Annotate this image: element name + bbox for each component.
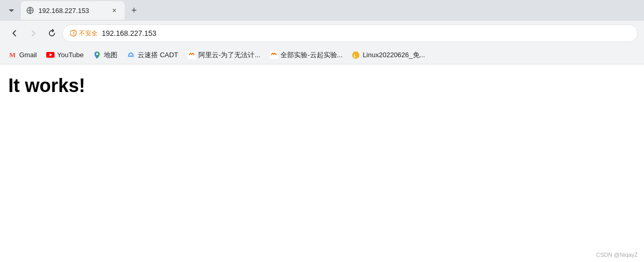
bookmark-youtube-label: YouTube [57,51,84,59]
page-heading: It works! [8,75,636,97]
forward-button[interactable] [25,25,42,42]
bookmark-aliyun[interactable]: 阿里云-为了无法计... [183,48,264,62]
svg-rect-8 [187,51,196,59]
svg-rect-7 [127,51,135,59]
active-tab[interactable]: 192.168.227.153 × [21,1,125,20]
bookmark-maps[interactable]: 地图 [89,48,122,62]
maps-favicon [93,51,101,59]
tab-bar: 192.168.227.153 × + [0,0,644,21]
back-button[interactable] [6,25,23,42]
gmail-favicon: M [8,51,17,59]
bookmark-yunsuoda[interactable]: 云速搭 CADT [123,48,182,62]
youtube-favicon [46,51,55,59]
tab-favicon [26,6,34,15]
bookmark-gmail-label: Gmail [19,51,37,59]
bookmarks-bar: M Gmail YouTube [0,46,644,64]
browser-frame: 192.168.227.153 × + 不安全 192.168.227.153 [0,0,644,262]
page-content: It works! CSDN @NiqayZ [0,64,644,262]
bookmark-maps-label: 地图 [104,50,117,60]
security-icon: 不安全 [70,29,98,38]
svg-point-3 [73,34,74,35]
tab-list-arrow[interactable] [4,3,19,18]
svg-text:L: L [354,53,357,58]
allexp-favicon [270,51,278,59]
watermark: CSDN @NiqayZ [596,252,638,258]
bookmark-allexp[interactable]: 全部实验-云起实验... [265,48,346,62]
nav-bar: 不安全 192.168.227.153 [0,21,644,46]
bookmark-yunsuoda-label: 云速搭 CADT [138,50,178,60]
svg-rect-9 [270,51,278,59]
yunsuoda-favicon [127,51,135,59]
reload-button[interactable] [44,25,60,42]
aliyun-favicon [187,51,196,59]
address-bar[interactable]: 不安全 192.168.227.153 [62,24,638,42]
bookmark-gmail[interactable]: M Gmail [4,49,41,61]
tab-title: 192.168.227.153 [38,7,105,15]
new-tab-button[interactable]: + [127,3,141,18]
bookmark-youtube[interactable]: YouTube [42,49,88,61]
linux-favicon: L [352,51,360,59]
bookmark-linux[interactable]: L Linux20220626_免... [347,48,429,62]
security-label: 不安全 [79,29,98,38]
tab-close-button[interactable]: × [109,5,119,16]
url-display: 192.168.227.153 [102,29,630,37]
bookmark-allexp-label: 全部实验-云起实验... [280,50,342,60]
bookmark-aliyun-label: 阿里云-为了无法计... [198,50,260,60]
bookmark-linux-label: Linux20220626_免... [363,50,425,60]
